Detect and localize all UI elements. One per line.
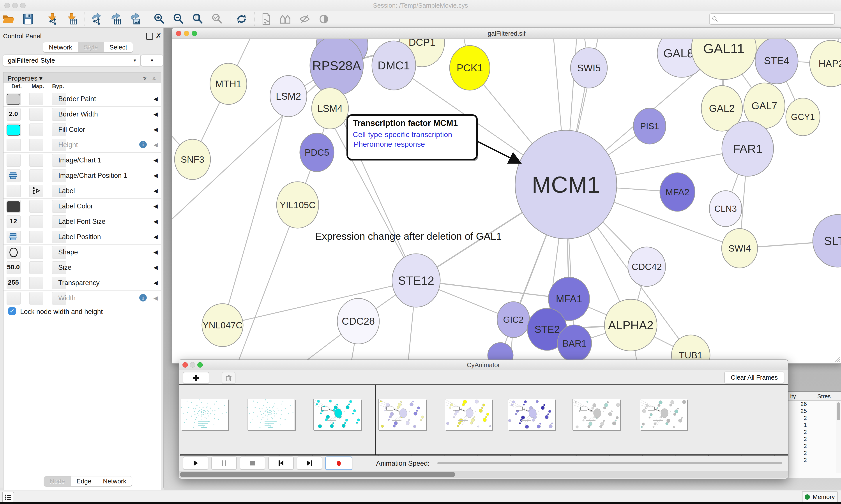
timeline-frame-7[interactable] [640,399,687,430]
map-cell[interactable] [29,277,43,289]
timeline-frame-5[interactable] [508,399,555,430]
node-FAR1[interactable]: FAR1 [722,121,773,176]
node-GAL11[interactable]: GAL11 [692,39,756,79]
node-STE12[interactable]: STE12 [392,254,440,307]
map-cell[interactable] [29,200,43,213]
node-GIC2[interactable]: GIC2 [497,302,530,338]
property-row-fill-color[interactable]: Fill Color◀ [3,122,161,137]
map-cell[interactable] [29,246,43,258]
def-cell[interactable] [6,185,21,197]
close-panel-icon[interactable]: ✗ [156,32,161,40]
node-GCY1[interactable]: GCY1 [786,98,820,136]
table-cell[interactable]: 2 [788,429,807,436]
edge-YNL047C-STE12[interactable] [222,281,416,325]
expand-property-icon[interactable]: ◀ [154,142,158,148]
zoom-fit-icon[interactable] [192,13,204,25]
zoom-in-icon[interactable] [153,13,165,25]
default-swatch[interactable] [6,125,20,136]
skip-end-button[interactable] [297,456,322,470]
add-frame-button[interactable] [183,372,209,384]
node-RPS28A[interactable]: RPS28A [310,39,363,95]
table-cell[interactable]: 1 [788,422,807,429]
node-LSM2[interactable]: LSM2 [270,75,307,117]
properties-header[interactable]: Properties ▾ ⩔ ⩓ [3,72,161,83]
skip-start-button[interactable] [268,456,294,470]
timeline-frame-6[interactable] [572,399,620,430]
lock-node-checkbox[interactable]: ✓ [8,307,16,315]
expand-property-icon[interactable]: ◀ [154,264,158,271]
map-cell[interactable] [29,108,43,121]
def-cell[interactable] [6,154,21,167]
map-cell[interactable] [29,262,43,274]
node-PDC5[interactable]: PDC5 [300,133,334,172]
table-cell[interactable]: 25 [788,408,807,415]
import-table-icon[interactable] [65,13,78,25]
node-PIS1[interactable]: PIS1 [633,108,666,144]
delete-frame-button[interactable] [222,372,235,384]
expand-property-icon[interactable]: ◀ [154,96,158,102]
node-SWI5[interactable]: SWI5 [571,48,607,88]
expand-property-icon[interactable]: ◀ [154,126,158,133]
doc-network-icon[interactable] [260,13,272,25]
map-cell[interactable] [29,93,43,105]
expand-property-icon[interactable]: ◀ [154,234,158,240]
timeline-frame-0[interactable] [181,399,229,430]
timeline-frame-3[interactable] [378,399,426,430]
node-PCK1[interactable]: PCK1 [450,46,490,90]
table-cell[interactable]: 26 [788,401,807,408]
node-CDC28[interactable]: CDC28 [337,299,379,344]
memory-button[interactable]: Memory [802,491,838,502]
property-row-image-chart-1[interactable]: Image/Chart 1◀ [3,152,161,168]
property-row-label[interactable]: Label◀ [3,183,161,199]
tab-network[interactable]: Network [97,476,132,486]
timeline-scrollbar[interactable] [179,471,788,478]
stop-button[interactable] [240,456,265,470]
property-row-border-width[interactable]: 2.0Border Width◀ [3,107,161,122]
style-dropdown[interactable]: galFiltered Style ▾ [3,55,141,66]
property-row-transparency[interactable]: 255Transparency◀ [3,275,161,290]
timeline-frame-4[interactable] [445,399,492,430]
export-network-icon[interactable] [90,13,103,25]
save-icon[interactable] [21,13,34,25]
node-ALPHA2[interactable]: ALPHA2 [605,299,657,351]
tab-network[interactable]: Network [43,42,78,52]
property-row-label-font-size[interactable]: 12Label Font Size◀ [3,214,161,229]
map-cell[interactable] [29,169,43,182]
timeline-frame-1[interactable] [247,399,295,430]
pause-button[interactable] [211,456,237,470]
contrast-eye-icon[interactable] [318,13,330,25]
tab-style[interactable]: Style [78,42,103,52]
expand-property-icon[interactable]: ◀ [154,111,158,118]
default-swatch[interactable] [6,94,20,105]
houses-icon-icon[interactable] [279,13,292,25]
property-row-shape[interactable]: Shape◀ [3,245,161,260]
info-icon[interactable]: i [139,141,147,148]
property-row-height[interactable]: Heighti◀ [3,137,161,152]
expand-property-icon[interactable]: ◀ [154,280,158,286]
export-image-icon[interactable] [128,13,141,25]
expand-property-icon[interactable]: ◀ [154,203,158,209]
node-CLN3[interactable]: CLN3 [709,191,742,227]
map-cell[interactable] [29,154,43,167]
map-cell[interactable] [29,215,43,228]
def-cell[interactable] [6,292,21,305]
annotation-link-1[interactable]: Cell-type-specific transcription [353,130,452,139]
hide-eye-icon[interactable] [298,13,311,25]
annotation-link-2[interactable]: Pheromone response [354,140,425,148]
node-SLT2[interactable]: SLT2 [813,215,841,267]
playhead[interactable] [375,385,376,455]
node-LSM4[interactable]: LSM4 [312,88,348,129]
table-cell[interactable]: 2 [788,436,807,443]
refresh-icon[interactable] [235,13,248,25]
tab-edge[interactable]: Edge [71,476,97,486]
map-cell[interactable] [29,124,43,136]
map-cell[interactable] [29,292,43,305]
expand-all-icon[interactable]: ⩔ [143,74,147,82]
tab-select[interactable]: Select [104,42,133,52]
animation-speed-slider[interactable] [437,462,782,464]
default-swatch[interactable] [6,201,20,212]
table-cell[interactable]: 2 [788,457,807,464]
property-row-image-chart-position-1[interactable]: Image/Chart Position 1◀ [3,168,161,183]
tab-node[interactable]: Node [44,476,71,486]
map-cell[interactable] [29,231,43,243]
